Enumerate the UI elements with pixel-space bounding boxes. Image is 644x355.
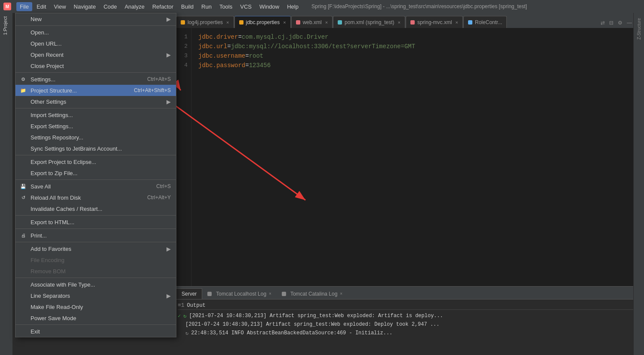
tab-jdbc[interactable]: jdbc.properties × [234, 16, 291, 28]
bottom-tab-tomcat-localhost[interactable]: Tomcat Localhost Log × [202, 288, 277, 299]
bottom-tab-server[interactable]: Server [176, 288, 202, 299]
menu-item-export-zip[interactable]: Export to Zip File... [15, 167, 176, 179]
menu-item-export-html[interactable]: Export to HTML... [15, 216, 176, 228]
tab-jdbc-label: jdbc.properties [246, 19, 280, 25]
menu-item-import-settings[interactable]: Import Settings... [15, 109, 176, 120]
code-val-4: 123456 [249, 62, 271, 69]
tab-rolecontr[interactable]: RoleContr... [463, 16, 507, 28]
separator-6 [15, 215, 176, 216]
tab-pomxml[interactable]: pom.xml (spring_test) × [333, 16, 405, 28]
bottom-tab-tomcat-catalina[interactable]: Tomcat Catalina Log × [277, 288, 348, 299]
tab-springmvc-close[interactable]: × [456, 20, 458, 25]
tab-springmvc-label: spring-mvc.xml [417, 19, 452, 25]
print-icon: 🖨 [20, 232, 27, 239]
menu-item-export-settings[interactable]: Export Settings... [15, 120, 176, 132]
export-settings-label: Export Settings... [31, 123, 73, 130]
file-encoding-label: File Encoding [31, 257, 65, 263]
tomcat-catalina-close[interactable]: × [340, 291, 342, 296]
file-menu-dropdown: New ▶ Open... Open URL... Open Recent ▶ … [15, 13, 176, 337]
editor-area: log4j.properties × jdbc.properties × web… [174, 13, 644, 355]
project-structure-label: Project Structure... [31, 87, 77, 94]
code-line-1: jdbc.driver=com.mysql.cj.jdbc.Driver [198, 32, 634, 42]
menu-item-save-all[interactable]: 💾 Save All Ctrl+S [15, 181, 176, 192]
line-separators-label: Line Separators [31, 293, 70, 299]
menu-build[interactable]: Build [178, 2, 197, 11]
menu-item-open-recent[interactable]: Open Recent ▶ [15, 49, 176, 60]
menu-item-power-save[interactable]: Power Save Mode [15, 312, 176, 324]
invalidate-label: Invalidate Caches / Restart... [31, 206, 102, 212]
menu-item-settings[interactable]: ⚙ Settings... Ctrl+Alt+S [15, 74, 176, 85]
tab-gear-icon[interactable]: ⚙ [617, 19, 623, 27]
menu-item-associate-file-type[interactable]: Associate with File Type... [15, 279, 176, 290]
menu-item-project-structure[interactable]: 📁 Project Structure... Ctrl+Alt+Shift+S [15, 85, 176, 96]
tab-pomxml-close[interactable]: × [397, 20, 400, 25]
line-num-4: 4 [174, 61, 191, 70]
menu-tools[interactable]: Tools [216, 2, 236, 11]
project-panel-label[interactable]: 1:Project [0, 13, 10, 38]
output-row-3: ↻ 22:48:33,514 INFO AbstractBeanBackedDa… [185, 329, 641, 337]
code-line-4: jdbc.password=123456 [198, 61, 634, 70]
code-key-4: jdbc.password [198, 62, 245, 69]
menu-window[interactable]: Window [256, 2, 283, 11]
add-favorites-arrow-icon: ▶ [166, 246, 171, 252]
menu-refactor[interactable]: Refactor [149, 2, 177, 11]
menu-item-open-url[interactable]: Open URL... [15, 38, 176, 49]
make-read-only-label: Make File Read-Only [31, 304, 83, 310]
open-recent-label: Open Recent [31, 52, 64, 58]
menu-vcs[interactable]: VCS [237, 2, 255, 11]
code-key-2: jdbc.url [198, 43, 227, 50]
menu-edit[interactable]: Edit [33, 2, 49, 11]
menu-item-add-favorites[interactable]: Add to Favorites ▶ [15, 243, 176, 254]
tab-minimize-icon[interactable]: — [626, 19, 633, 27]
tab-webxml[interactable]: web.xml × [291, 16, 333, 28]
menu-item-exit[interactable]: Exit [15, 326, 176, 337]
springmvc-tab-icon [410, 20, 415, 25]
code-content[interactable]: jdbc.driver=com.mysql.cj.jdbc.Driver jdb… [191, 28, 641, 286]
export-html-label: Export to HTML... [31, 219, 74, 225]
tab-log4j-label: log4j.properties [188, 19, 223, 25]
menu-item-export-eclipse[interactable]: Export Project to Eclipse... [15, 156, 176, 167]
menu-item-new[interactable]: New ▶ [15, 13, 176, 25]
menu-item-close-project[interactable]: Close Project [15, 60, 176, 71]
menu-navigate[interactable]: Navigate [70, 2, 99, 11]
menu-item-print[interactable]: 🖨 Print... [15, 230, 176, 241]
output-label: Output [187, 303, 206, 309]
output-row-2: [2021-07-24 10:48:30,213] Artifact sprin… [185, 320, 641, 329]
separator-2 [15, 72, 176, 73]
tab-log4j-close[interactable]: × [226, 20, 229, 25]
menu-help[interactable]: Help [283, 2, 302, 11]
tab-springmvc[interactable]: spring-mvc.xml × [406, 16, 463, 28]
reload-shortcut: Ctrl+Alt+Y [147, 194, 171, 201]
menu-run[interactable]: Run [198, 2, 215, 11]
menu-code[interactable]: Code [100, 2, 120, 11]
menu-item-invalidate-caches[interactable]: Invalidate Caches / Restart... [15, 203, 176, 214]
exit-label: Exit [31, 328, 40, 335]
other-settings-arrow-icon: ▶ [166, 99, 171, 105]
menu-item-open[interactable]: Open... [15, 27, 176, 38]
z-structure-label[interactable]: Z-Structure [636, 15, 642, 42]
menu-item-line-separators[interactable]: Line Separators ▶ [15, 290, 176, 301]
save-all-shortcut: Ctrl+S [156, 183, 171, 189]
line-num-3: 3 [174, 51, 191, 61]
tab-webxml-close[interactable]: × [325, 20, 328, 25]
code-val-2: jdbc:mysql://localhost:3306/test?serverT… [231, 43, 415, 50]
tomcat-localhost-close[interactable]: × [269, 291, 271, 296]
tab-sync-icon[interactable]: ⇄ [600, 19, 606, 27]
menu-item-reload[interactable]: ↺ Reload All from Disk Ctrl+Alt+Y [15, 192, 176, 203]
tab-split-icon[interactable]: ⊟ [608, 19, 614, 27]
menu-analyze[interactable]: Analyze [121, 2, 148, 11]
menu-bar: File Edit View Navigate Code Analyze Ref… [16, 2, 302, 11]
reload-icon: ↺ [20, 194, 27, 201]
menu-file[interactable]: File [16, 2, 32, 11]
open-url-label: Open URL... [31, 40, 62, 47]
pomxml-tab-icon [338, 20, 342, 25]
menu-item-other-settings[interactable]: Other Settings ▶ [15, 96, 176, 107]
print-label: Print... [31, 232, 47, 239]
menu-item-settings-repository[interactable]: Settings Repository... [15, 132, 176, 143]
tab-jdbc-close[interactable]: × [283, 20, 286, 25]
menu-item-sync-settings[interactable]: Sync Settings to JetBrains Account... [15, 143, 176, 154]
menu-view[interactable]: View [50, 2, 69, 11]
refresh-icon-2: ↻ [185, 330, 188, 336]
menu-item-make-read-only[interactable]: Make File Read-Only [15, 301, 176, 312]
tab-log4j[interactable]: log4j.properties × [176, 16, 234, 28]
